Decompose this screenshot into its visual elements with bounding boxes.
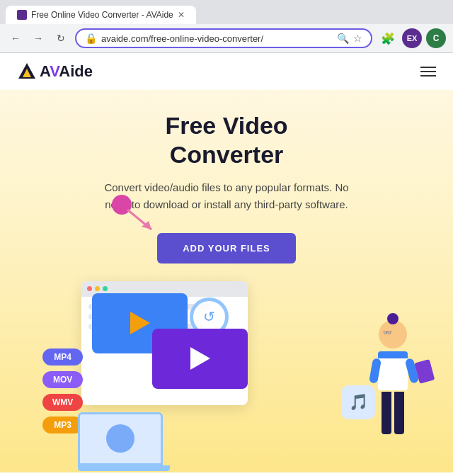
extension-button[interactable]: EX (402, 28, 422, 48)
address-bar[interactable]: 🔒 🔍 ☆ (75, 28, 372, 48)
forward-button[interactable]: → (30, 30, 47, 47)
refresh-icon: ↺ (203, 308, 215, 325)
arrow-decoration (108, 194, 164, 239)
tab-close-button[interactable]: ✕ (178, 10, 185, 20)
char-leg-left (382, 392, 391, 434)
browser-actions: 🧩 EX C (378, 28, 446, 48)
char-head: 👓 (379, 320, 407, 348)
char-arm-right (405, 358, 420, 384)
format-badges: MP4 MOV WMV MP3 (42, 348, 83, 434)
play-icon-white (190, 347, 210, 370)
hero-section: Free Video Converter Convert video/audio… (0, 90, 453, 264)
search-icon[interactable]: 🔍 (337, 33, 349, 44)
tab-title: Free Online Video Converter - AVAide (31, 10, 173, 20)
badge-wmv: WMV (42, 394, 83, 411)
extensions-icon[interactable]: 🧩 (378, 28, 398, 48)
char-torso (378, 351, 408, 390)
badge-mov: MOV (42, 371, 83, 388)
arrow-svg (108, 194, 164, 237)
illustration-section: ↺ MP4 MOV WMV MP3 🎵 � (0, 278, 453, 472)
tab-bar: Free Online Video Converter - AVAide ✕ (0, 0, 453, 24)
url-input[interactable] (101, 33, 333, 44)
browser-chrome: Free Online Video Converter - AVAide ✕ ←… (0, 0, 453, 53)
character-illustration: 👓 (361, 320, 425, 472)
user-account-button[interactable]: C (426, 28, 446, 48)
cta-container: ADD YOUR FILES (157, 233, 296, 264)
logo-icon (17, 62, 37, 81)
add-files-button[interactable]: ADD YOUR FILES (157, 233, 296, 264)
badge-mp3: MP3 (42, 416, 83, 434)
laptop-circle (106, 424, 134, 453)
address-bar-row: ← → ↻ 🔒 🔍 ☆ 🧩 EX C (0, 24, 453, 52)
lock-icon: 🔒 (85, 33, 97, 44)
hamburger-menu[interactable] (420, 67, 436, 76)
logo[interactable]: AVAide (17, 62, 93, 81)
refresh-button[interactable]: ↻ (52, 30, 69, 47)
browser-tab[interactable]: Free Online Video Converter - AVAide ✕ (6, 6, 196, 24)
laptop-base (78, 465, 170, 471)
char-leg-right (394, 392, 404, 434)
laptop-illustration (78, 412, 170, 472)
char-legs (361, 392, 425, 434)
char-hair (387, 313, 398, 324)
badge-mp4: MP4 (42, 348, 83, 366)
laptop-screen (78, 412, 163, 465)
back-button[interactable]: ← (7, 30, 24, 47)
logo-text: AVAide (40, 62, 93, 81)
website-content: AVAide Free Video Converter Convert vide… (0, 53, 453, 472)
char-glasses: 👓 (383, 329, 391, 336)
char-body (375, 351, 411, 390)
char-clipboard (414, 359, 435, 384)
tab-favicon (17, 10, 27, 20)
char-arm-left (369, 358, 382, 384)
address-icons: 🔍 ☆ (337, 33, 362, 44)
play-icon-yellow (130, 312, 150, 334)
video-card-2 (152, 329, 248, 389)
bookmark-icon[interactable]: ☆ (353, 33, 362, 44)
hero-title: Free Video Converter (42, 111, 411, 169)
site-header: AVAide (0, 53, 453, 90)
